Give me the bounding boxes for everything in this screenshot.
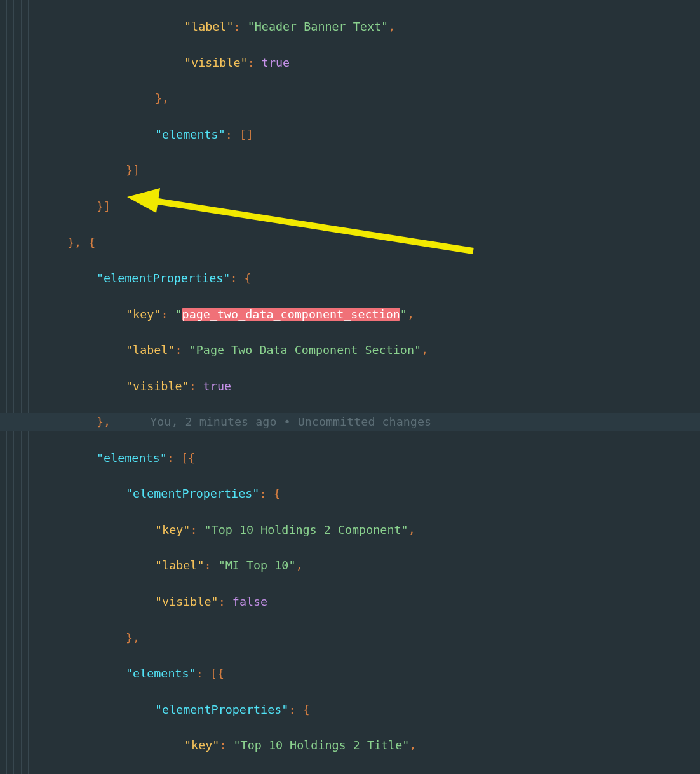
prop-visible: "visible" xyxy=(155,595,219,608)
code-line[interactable]: "visible": true xyxy=(0,54,700,72)
prop-label: "label" xyxy=(155,559,205,572)
code-line[interactable]: "elementProperties": { xyxy=(0,485,700,503)
code-line[interactable]: "visible": true xyxy=(0,377,700,395)
string-value: "Top 10 Holdings 2 Title" xyxy=(234,738,410,752)
code-line-current[interactable]: },You, 2 minutes ago • Uncommitted chang… xyxy=(0,413,700,431)
code-line[interactable]: "key": "page_two_data_component_section"… xyxy=(0,306,700,323)
highlighted-search-match: page_two_data_component_section xyxy=(182,308,400,321)
prop-key: "key" xyxy=(155,523,190,536)
prop-visible: "visible" xyxy=(126,379,189,393)
code-line[interactable]: }, xyxy=(0,90,700,107)
prop-visible: "visible" xyxy=(184,56,248,69)
prop-elements: "elements" xyxy=(97,451,167,465)
code-line[interactable]: "elements": [{ xyxy=(0,665,700,682)
git-blame-time: 2 minutes ago xyxy=(185,415,277,428)
code-line[interactable]: "key": "Top 10 Holdings 2 Component", xyxy=(0,521,700,539)
code-line[interactable]: "label": "Page Two Data Component Sectio… xyxy=(0,341,700,359)
code-line[interactable]: "visible": false xyxy=(0,593,700,611)
string-value: "Header Banner Text" xyxy=(248,20,388,33)
bool-false: false xyxy=(232,595,267,608)
prop-elements: "elements" xyxy=(126,667,196,680)
code-editor[interactable]: "label": "Header Banner Text", "visible"… xyxy=(0,0,700,774)
code-line[interactable]: }, xyxy=(0,629,700,647)
git-blame-status: Uncommitted changes xyxy=(298,415,431,428)
code-line[interactable]: "elementProperties": { xyxy=(0,701,700,719)
code-line[interactable]: }, { xyxy=(0,234,700,252)
code-line[interactable]: "elements": [{ xyxy=(0,449,700,467)
code-line[interactable]: "key": "Top 10 Holdings 2 Title", xyxy=(0,737,700,754)
prop-elementProperties: "elementProperties" xyxy=(155,703,288,716)
string-value: "MI Top 10" xyxy=(219,559,296,572)
bracket-empty: [] xyxy=(239,128,253,141)
code-line[interactable]: "elementProperties": { xyxy=(0,269,700,287)
git-blame-separator: • xyxy=(276,415,297,428)
code-line[interactable]: "label": "Header Banner Text", xyxy=(0,18,700,36)
string-value: "Page Two Data Component Section" xyxy=(189,343,421,356)
string-value: "Top 10 Holdings 2 Component" xyxy=(205,523,408,536)
prop-label: "label" xyxy=(184,20,234,33)
prop-elementProperties: "elementProperties" xyxy=(126,487,259,500)
code-line[interactable]: }] xyxy=(0,161,700,179)
bool-true: true xyxy=(203,379,231,393)
code-line[interactable]: "elements": [] xyxy=(0,126,700,144)
prop-elementProperties: "elementProperties" xyxy=(97,271,230,285)
git-blame-author: You xyxy=(150,415,171,428)
prop-elements: "elements" xyxy=(155,128,225,141)
code-line[interactable]: }] xyxy=(0,198,700,215)
code-line[interactable]: "label": "MI Top 10", xyxy=(0,557,700,574)
prop-key: "key" xyxy=(126,308,161,321)
prop-label: "label" xyxy=(126,343,175,356)
prop-key: "key" xyxy=(184,738,219,752)
bool-true: true xyxy=(262,56,290,69)
